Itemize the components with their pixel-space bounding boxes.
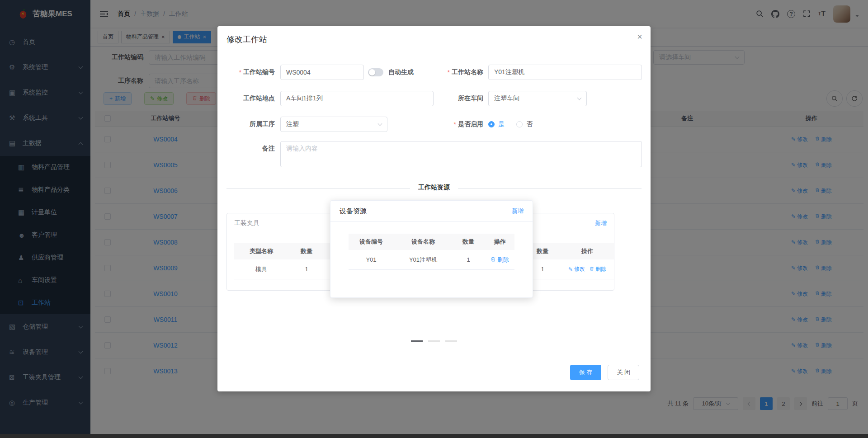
- col-qty-header: 数量: [288, 247, 325, 255]
- right-delete-link[interactable]: 删除: [590, 265, 606, 273]
- right-delete-label: 删除: [595, 265, 606, 273]
- equipment-add-link[interactable]: 新增: [512, 207, 524, 215]
- code-input[interactable]: [280, 65, 364, 80]
- trash-icon: [491, 256, 496, 264]
- dialog-process-select[interactable]: 注塑: [280, 117, 387, 132]
- radio-no[interactable]: 否: [516, 120, 533, 128]
- right-card-table-header: 数量 操作: [524, 243, 614, 259]
- remark-textarea[interactable]: [280, 141, 642, 167]
- chevron-down-icon: [577, 96, 582, 100]
- right-card-row: 1 ✎修改 删除: [524, 259, 614, 279]
- radio-dot: [488, 121, 495, 127]
- col-action-header: 操作: [484, 238, 515, 246]
- workshop-select-value: 注塑车间: [494, 94, 519, 103]
- carousel-indicators: [411, 340, 457, 342]
- enabled-radio-group: 是 否: [488, 117, 533, 132]
- resources-divider-label: 工作站资源: [410, 184, 458, 192]
- location-label: 工作站地点: [217, 91, 275, 106]
- right-card-add-link[interactable]: 新增: [595, 219, 607, 227]
- right-edit-link[interactable]: ✎修改: [568, 265, 585, 273]
- required-asterisk: *: [448, 69, 450, 76]
- autogen-label: 自动生成: [388, 65, 414, 80]
- name-input[interactable]: [488, 65, 642, 80]
- trash-icon: [590, 266, 594, 273]
- col-equip-name-header: 设备名称: [394, 238, 453, 246]
- enabled-label: *是否启用: [425, 117, 483, 132]
- autogen-toggle[interactable]: [368, 68, 383, 76]
- equipment-table-row: Y01 Y01注塑机 1 删除: [349, 250, 514, 270]
- fixture-type-cell: 模具: [234, 265, 288, 273]
- radio-no-label: 否: [526, 120, 533, 128]
- equipment-resource-card: 设备资源 新增 设备编号 设备名称 数量 操作 Y01 Y01注塑机 1 删除: [330, 200, 533, 298]
- radio-yes-label: 是: [498, 120, 505, 128]
- dialog-title: 修改工作站: [226, 34, 267, 45]
- fixture-qty-cell: 1: [288, 266, 325, 273]
- equip-delete-label: 删除: [497, 256, 509, 264]
- chevron-down-icon: [378, 122, 382, 126]
- equip-code-cell: Y01: [349, 256, 394, 263]
- equipment-card-title: 设备资源: [340, 207, 367, 216]
- pencil-icon: ✎: [568, 266, 573, 273]
- equipment-table-header: 设备编号 设备名称 数量 操作: [349, 234, 514, 250]
- save-button[interactable]: 保 存: [570, 365, 602, 380]
- toggle-knob: [369, 69, 375, 75]
- equip-qty-cell: 1: [453, 256, 484, 263]
- equip-delete-link[interactable]: 删除: [491, 256, 509, 264]
- equip-name-cell: Y01注塑机: [394, 256, 453, 264]
- dialog-footer: 保 存 关 闭: [570, 365, 639, 380]
- code-label: *工作站编号: [217, 65, 275, 80]
- radio-yes[interactable]: 是: [488, 120, 505, 128]
- name-label: *工作站名称: [425, 65, 483, 80]
- required-asterisk: *: [454, 121, 456, 128]
- col-equip-code-header: 设备编号: [349, 238, 394, 246]
- remark-label: 备注: [217, 141, 275, 156]
- close-button[interactable]: 关 闭: [608, 365, 639, 380]
- edit-workstation-dialog: 修改工作站 × *工作站编号 自动生成 *工作站名称 工作站地点 所在车间 注塑…: [217, 26, 651, 391]
- right-card-table: 数量 操作 1 ✎修改 删除: [524, 243, 614, 279]
- carousel-indicator-1[interactable]: [411, 340, 423, 342]
- dialog-close-icon[interactable]: ×: [637, 32, 642, 42]
- carousel-indicator-2[interactable]: [428, 340, 440, 342]
- location-input[interactable]: [280, 91, 434, 106]
- workshop-label: 所在车间: [425, 91, 483, 106]
- dialog-workshop-select[interactable]: 注塑车间: [488, 91, 587, 106]
- required-asterisk: *: [239, 69, 241, 76]
- equipment-table: 设备编号 设备名称 数量 操作 Y01 Y01注塑机 1 删除: [349, 234, 514, 270]
- right-edit-label: 修改: [574, 265, 585, 273]
- radio-dot: [516, 121, 523, 127]
- col-type-header: 类型名称: [234, 247, 288, 255]
- resources-divider: 工作站资源: [226, 184, 642, 193]
- carousel-indicator-3[interactable]: [445, 340, 457, 342]
- process-select-value: 注塑: [286, 120, 299, 128]
- col-qty-header: 数量: [453, 238, 484, 246]
- col-action-header: 操作: [561, 247, 614, 255]
- process-label: 所属工序: [217, 117, 275, 132]
